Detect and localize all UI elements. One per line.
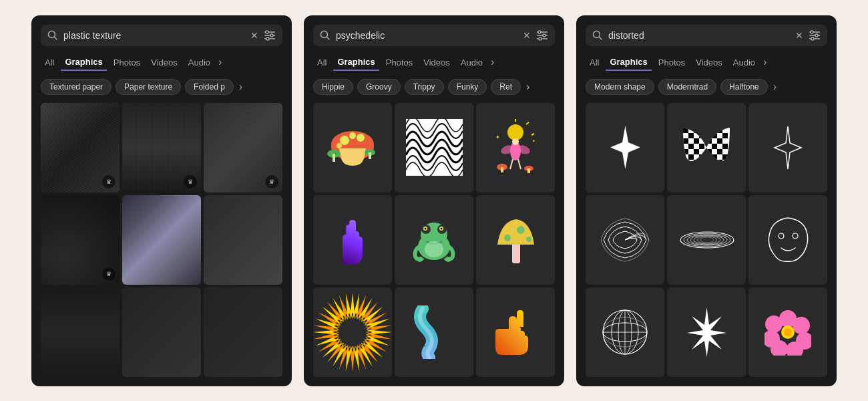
svg-rect-105 [694,138,699,144]
tab-all-plastic[interactable]: All [41,55,58,70]
grid-item-plastic-4[interactable]: ♛ [41,195,120,285]
crown-badge-2: ♛ [184,175,197,188]
grid-item-plastic-2[interactable]: ♛ [122,103,201,192]
tab-graphics-distorted[interactable]: Graphics [606,54,651,71]
grid-item-plastic-7[interactable] [41,287,120,377]
grid-item-coil[interactable] [667,195,746,285]
search-input-plastic[interactable] [63,30,245,41]
grid-item-frog[interactable] [395,195,473,285]
chip-textured-paper[interactable]: Textured paper [41,79,112,95]
clear-icon-distorted[interactable]: ✕ [795,30,803,41]
svg-point-136 [779,233,784,239]
tab-audio-distorted[interactable]: Audio [729,55,759,70]
svg-line-35 [510,159,513,169]
chip-moderntrad[interactable]: Moderntrad [658,79,716,95]
grid-item-river[interactable] [395,287,473,377]
tab-photos-plastic[interactable]: Photos [110,55,144,70]
clear-icon-psychedelic[interactable]: ✕ [523,30,531,41]
grid-item-star4-outline[interactable] [748,103,827,192]
grid-item-pointing-hand[interactable] [476,287,555,377]
tab-videos-plastic[interactable]: Videos [147,55,182,70]
svg-rect-52 [512,243,520,263]
chip-paper-texture[interactable]: Paper texture [116,79,181,95]
search-bar-plastic[interactable]: ✕ [41,25,282,46]
filter-icon-distorted[interactable] [809,30,821,41]
grid-item-hand[interactable] [313,195,392,285]
grid-item-plastic-5[interactable] [122,195,201,285]
svg-rect-100 [683,128,688,133]
grid-item-star6[interactable] [667,287,746,377]
tabs-arrow-plastic[interactable]: › [218,56,222,68]
panel-plastic: ✕ All Graphics Photos Videos Audio › Tex… [31,15,292,386]
grid-item-checker-butterfly[interactable] [667,103,746,192]
grid-item-sunburst[interactable] [313,287,392,377]
tabs-arrow-distorted[interactable]: › [763,56,767,68]
filter-icon-psychedelic[interactable] [536,30,548,41]
grid-item-wave[interactable] [395,103,473,192]
chip-modern-shape[interactable]: Modern shape [586,79,654,95]
grid-item-flower[interactable] [748,287,827,377]
chip-trippy[interactable]: Trippy [405,79,444,95]
tab-audio-psychedelic[interactable]: Audio [457,55,487,70]
chip-funky[interactable]: Funky [448,79,487,95]
svg-point-7 [266,37,269,40]
tab-videos-psychedelic[interactable]: Videos [419,55,454,70]
tab-photos-psychedelic[interactable]: Photos [382,55,417,70]
svg-point-98 [815,34,818,37]
chips-arrow-plastic[interactable]: › [239,81,242,93]
grid-item-plastic-3[interactable]: ♛ [204,103,282,192]
svg-rect-23 [333,154,335,162]
search-input-psychedelic[interactable] [336,30,517,41]
grid-item-plastic-1[interactable]: ♛ [41,103,120,192]
clear-icon-plastic[interactable]: ✕ [250,30,258,41]
chip-ret[interactable]: Ret [491,79,521,95]
grid-item-fairy[interactable]: ✦ ✦ [476,103,555,192]
svg-point-6 [270,34,273,37]
grid-item-blob-face[interactable] [748,195,827,285]
svg-rect-120 [717,138,722,144]
svg-rect-103 [699,133,704,138]
filter-icon-plastic[interactable] [264,30,276,41]
grid-item-plastic-8[interactable] [122,287,201,377]
svg-rect-117 [712,133,717,138]
tab-videos-distorted[interactable]: Videos [692,55,726,70]
svg-rect-127 [706,160,712,165]
svg-rect-110 [694,149,699,154]
chip-hippie[interactable]: Hippie [313,79,353,95]
tab-all-distorted[interactable]: All [586,55,603,70]
search-bar-psychedelic[interactable]: ✕ [313,25,555,46]
svg-rect-25 [369,152,371,159]
grid-item-plastic-6[interactable] [204,195,282,285]
chips-arrow-psychedelic[interactable]: › [526,81,529,93]
tabs-arrow-psychedelic[interactable]: › [491,56,494,68]
grid-item-wavy-circles[interactable] [586,195,664,285]
tab-audio-plastic[interactable]: Audio [184,55,214,70]
chips-arrow-distorted[interactable]: › [773,81,777,93]
svg-rect-116 [717,128,722,133]
svg-rect-125 [712,154,717,160]
crown-badge-4: ♛ [102,267,116,281]
svg-point-13 [538,31,541,33]
svg-rect-123 [706,149,712,154]
panels-container: ✕ All Graphics Photos Videos Audio › Tex… [18,2,850,400]
search-bar-distorted[interactable]: ✕ [586,25,827,46]
grid-item-mushroom[interactable] [313,103,392,192]
chip-halftone[interactable]: Halftone [720,79,768,95]
tab-photos-distorted[interactable]: Photos [654,55,689,70]
search-input-distorted[interactable] [608,30,790,41]
svg-point-19 [357,134,365,142]
chips-psychedelic: Hippie Groovy Trippy Funky Ret › [313,79,555,95]
chip-folded[interactable]: Folded p [185,79,234,95]
tab-graphics-plastic[interactable]: Graphics [61,54,106,71]
grid-item-globe[interactable] [586,287,664,377]
tab-graphics-psychedelic[interactable]: Graphics [333,54,379,71]
tab-all-psychedelic[interactable]: All [313,55,331,70]
svg-rect-114 [694,160,699,165]
svg-rect-124 [717,149,722,154]
tabs-psychedelic: All Graphics Photos Videos Audio › [313,54,555,71]
chip-groovy[interactable]: Groovy [357,79,401,95]
svg-line-1 [55,37,57,39]
grid-item-mushroom2[interactable] [476,195,555,285]
grid-item-star4[interactable] [586,103,664,192]
grid-item-plastic-9[interactable] [204,287,282,377]
